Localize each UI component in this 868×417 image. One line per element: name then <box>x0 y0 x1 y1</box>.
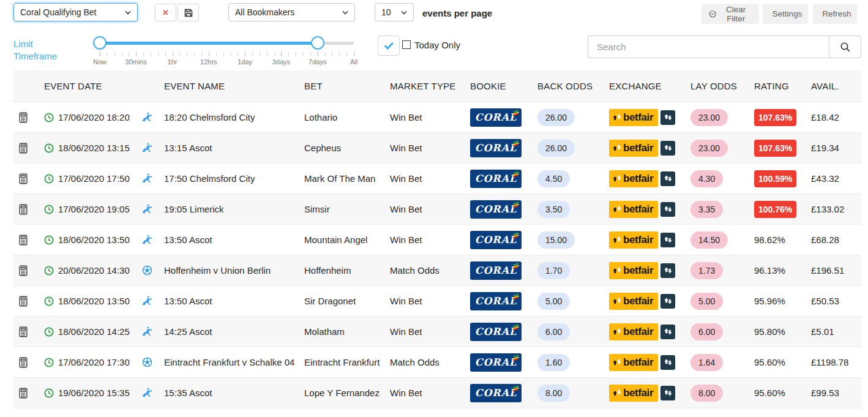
col-header-back-odds[interactable]: BACK ODDS <box>533 81 606 91</box>
betfair-logo[interactable]: betfair <box>609 323 658 340</box>
save-filter-button[interactable] <box>178 4 199 21</box>
bet-selection: Simsir <box>301 204 387 214</box>
betfair-logo[interactable]: betfair <box>609 354 658 371</box>
calculator-icon[interactable] <box>18 112 28 123</box>
coral-logo-text: CORAL <box>475 265 517 276</box>
exchange-swap-icon[interactable] <box>660 110 675 125</box>
clock-icon <box>44 174 54 184</box>
col-header-exchange[interactable]: EXCHANGE <box>606 81 686 91</box>
exchange-swap-icon[interactable] <box>660 233 675 247</box>
exchange-swap-icon[interactable] <box>660 263 675 278</box>
coral-logo[interactable]: CORAL <box>470 108 522 127</box>
calculator-icon[interactable] <box>18 204 28 215</box>
apply-timeframe-button[interactable] <box>378 36 400 56</box>
table-row[interactable]: 19/06/2020 15:35 15:35 Ascot Lope Y Fern… <box>13 378 862 408</box>
coral-logo[interactable]: CORAL <box>470 323 522 341</box>
table-row[interactable]: 17/06/2020 17:50 17:50 Chelmsford City M… <box>13 163 862 194</box>
exchange-swap-icon[interactable] <box>660 141 675 156</box>
bet-selection: Molatham <box>301 326 387 337</box>
slider-tick-label: Now <box>93 58 107 66</box>
slider-tick <box>325 53 326 56</box>
betfair-logo[interactable]: betfair <box>609 201 658 218</box>
slider-tick <box>107 53 108 56</box>
event-name: 13:50 Ascot <box>158 296 301 306</box>
clock-icon <box>44 143 54 153</box>
exchange-swap-icon[interactable] <box>660 202 675 217</box>
coral-logo[interactable]: CORAL <box>470 170 522 188</box>
exchange-swap-icon[interactable] <box>660 386 675 400</box>
calculator-icon[interactable] <box>18 326 28 337</box>
bet-selection: Eintracht Frankfurt <box>301 357 387 367</box>
coral-logo[interactable]: CORAL <box>470 139 522 157</box>
table-row[interactable]: 18/06/2020 13:15 13:15 Ascot Cepheus Win… <box>13 133 862 163</box>
slider-tick <box>281 51 282 56</box>
betfair-logo-text: betfair <box>623 173 653 185</box>
calculator-icon[interactable] <box>18 173 28 184</box>
table-row[interactable]: 17/06/2020 19:05 19:05 Limerick Simsir W… <box>13 194 862 225</box>
per-page-select[interactable]: 10 <box>375 3 414 21</box>
col-header-event-date[interactable]: EVENT DATE <box>39 81 136 91</box>
table-row[interactable]: 20/06/2020 14:30 Hoffenheim v Union Berl… <box>13 255 862 286</box>
betfair-logo-text: betfair <box>623 111 653 124</box>
event-name: Hoffenheim v Union Berlin <box>158 265 301 276</box>
settings-button[interactable]: Settings <box>763 4 808 24</box>
col-header-market-type[interactable]: MARKET TYPE <box>387 81 465 91</box>
bookmaker-select[interactable]: All Bookmakers <box>228 3 355 21</box>
slider-handle-min[interactable] <box>93 36 107 50</box>
today-only-checkbox[interactable] <box>402 40 411 49</box>
calculator-icon[interactable] <box>18 388 28 399</box>
exchange-swap-icon[interactable] <box>660 294 675 309</box>
betfair-logo[interactable]: betfair <box>609 231 658 249</box>
event-name: Eintracht Frankfurt v Schalke 04 <box>158 357 301 367</box>
col-header-bet[interactable]: BET <box>301 81 387 91</box>
coral-logo[interactable]: CORAL <box>470 231 522 249</box>
betfair-logo[interactable]: betfair <box>609 262 658 279</box>
exchange-swap-icon[interactable] <box>660 171 675 186</box>
calculator-icon[interactable] <box>18 265 28 276</box>
col-header-event-name[interactable]: EVENT NAME <box>158 81 301 91</box>
timeframe-slider[interactable]: Now30mins1hr12hrs1day3days7daysAll <box>100 36 354 66</box>
rating-badge: 95.80% <box>754 326 785 337</box>
coral-logo[interactable]: CORAL <box>470 353 522 372</box>
betfair-logo[interactable]: betfair <box>609 293 658 310</box>
table-row[interactable]: 17/06/2020 17:30 Eintracht Frankfurt v S… <box>13 347 862 378</box>
slider-handle-max[interactable] <box>311 36 324 50</box>
delete-filter-button[interactable]: × <box>155 4 176 21</box>
calculator-icon[interactable] <box>18 357 28 368</box>
betfair-arrows-icon <box>613 297 621 305</box>
exchange-swap-icon[interactable] <box>660 355 675 370</box>
slider-tick-label: 1hr <box>168 58 178 66</box>
coral-logo[interactable]: CORAL <box>470 200 522 219</box>
calculator-icon[interactable] <box>18 143 28 154</box>
table-row[interactable]: 18/06/2020 13:50 13:50 Ascot Mountain An… <box>13 225 862 255</box>
search-input[interactable] <box>588 36 829 58</box>
exchange-swap-icon[interactable] <box>660 325 675 339</box>
coral-logo[interactable]: CORAL <box>470 261 522 280</box>
col-header-avail[interactable]: AVAIL. <box>806 81 862 91</box>
coral-logo[interactable]: CORAL <box>470 384 522 402</box>
refresh-button[interactable]: Refresh <box>813 4 857 24</box>
slider-tick <box>143 53 144 56</box>
clock-icon <box>44 266 54 276</box>
coral-logo-text: CORAL <box>475 203 517 215</box>
table-row[interactable]: 17/06/2020 18:20 18:20 Chelmsford City L… <box>13 102 862 133</box>
table-row[interactable]: 18/06/2020 13:50 13:50 Ascot Sir Dragone… <box>13 286 862 317</box>
betfair-arrows-icon <box>613 144 621 152</box>
search-button[interactable] <box>829 36 861 58</box>
betfair-logo[interactable]: betfair <box>609 109 658 126</box>
strategy-select[interactable]: Coral Qualifying Bet <box>13 3 138 21</box>
table-row[interactable]: 18/06/2020 14:25 14:25 Ascot Molatham Wi… <box>13 317 862 347</box>
calculator-icon[interactable] <box>18 235 28 246</box>
clear-filter-button[interactable]: Clear Filter <box>702 4 759 24</box>
slider-tick <box>179 53 180 56</box>
col-header-lay-odds[interactable]: LAY ODDS <box>686 81 746 91</box>
availability-value: £18.42 <box>806 112 862 122</box>
betfair-logo[interactable]: betfair <box>609 385 658 402</box>
betfair-logo[interactable]: betfair <box>609 140 658 157</box>
coral-logo[interactable]: CORAL <box>470 292 522 310</box>
table-header: EVENT DATE EVENT NAME BET MARKET TYPE BO… <box>13 70 862 102</box>
betfair-logo[interactable]: betfair <box>609 170 658 187</box>
col-header-rating[interactable]: RATING <box>746 81 806 91</box>
calculator-icon[interactable] <box>18 296 28 307</box>
col-header-bookie[interactable]: BOOKIE <box>465 81 533 91</box>
